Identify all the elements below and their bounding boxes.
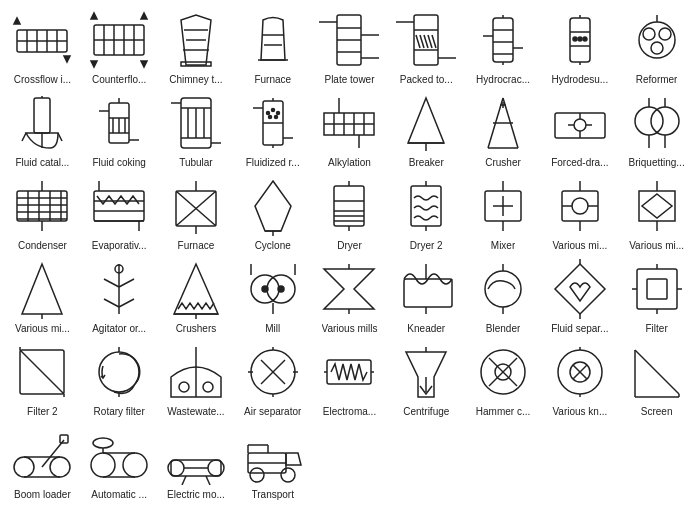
svg-point-256 bbox=[123, 453, 147, 477]
hammer-c-cell[interactable]: Hammer c... bbox=[465, 336, 542, 419]
filter-cell[interactable]: Filter bbox=[618, 253, 695, 336]
forced-draft-icon bbox=[548, 91, 612, 155]
dryer-cell[interactable]: Dryer bbox=[311, 170, 388, 253]
dryer-label: Dryer bbox=[337, 240, 361, 251]
reformer-icon bbox=[625, 8, 689, 72]
agitator-cell[interactable]: Agitator or... bbox=[81, 253, 158, 336]
svg-point-121 bbox=[651, 107, 679, 135]
furnace2-cell[interactable]: Furnace bbox=[158, 170, 235, 253]
svg-marker-17 bbox=[141, 13, 147, 19]
breaker-icon bbox=[394, 91, 458, 155]
crushers-cell[interactable]: Crushers bbox=[158, 253, 235, 336]
briquetting-icon bbox=[625, 91, 689, 155]
various-kn-cell[interactable]: Various kn... bbox=[541, 336, 618, 419]
rotary-filter-cell[interactable]: Rotary filter bbox=[81, 336, 158, 419]
crusher-cell[interactable]: Crusher bbox=[465, 87, 542, 170]
svg-point-90 bbox=[276, 112, 279, 115]
various-mills-cell[interactable]: Various mills bbox=[311, 253, 388, 336]
svg-marker-173 bbox=[642, 194, 672, 218]
briquetting-cell[interactable]: Briquetting... bbox=[618, 87, 695, 170]
plate-tower-cell[interactable]: Plate tower bbox=[311, 4, 388, 87]
svg-line-245 bbox=[635, 350, 679, 394]
dryer2-cell[interactable]: Dryer 2 bbox=[388, 170, 465, 253]
svg-point-92 bbox=[274, 116, 277, 119]
evaporative-cell[interactable]: Evaporativ... bbox=[81, 170, 158, 253]
svg-line-266 bbox=[206, 476, 210, 485]
various-mi2-icon bbox=[625, 174, 689, 238]
boom-loader-cell[interactable]: Boom loader bbox=[4, 419, 81, 502]
wastewater-icon bbox=[164, 340, 228, 404]
svg-line-40 bbox=[432, 35, 436, 48]
blender-label: Blender bbox=[486, 323, 520, 334]
tubular-cell[interactable]: Tubular bbox=[158, 87, 235, 170]
automatic-label: Automatic ... bbox=[91, 489, 147, 500]
cyclone-cell[interactable]: Cyclone bbox=[234, 170, 311, 253]
filter-label: Filter bbox=[645, 323, 667, 334]
svg-rect-206 bbox=[647, 279, 667, 299]
breaker-cell[interactable]: Breaker bbox=[388, 87, 465, 170]
screen-cell[interactable]: Screen bbox=[618, 336, 695, 419]
various-mi2-label: Various mi... bbox=[629, 240, 684, 251]
svg-marker-105 bbox=[408, 98, 444, 143]
svg-point-249 bbox=[14, 457, 34, 477]
breaker-label: Breaker bbox=[409, 157, 444, 168]
fluid-sep-cell[interactable]: Fluid separ... bbox=[541, 253, 618, 336]
mill-cell[interactable]: Mill bbox=[234, 253, 311, 336]
electric-mo-icon bbox=[164, 423, 228, 487]
reformer-cell[interactable]: Reformer bbox=[618, 4, 695, 87]
blender-cell[interactable]: Blender bbox=[465, 253, 542, 336]
kneader-cell[interactable]: Kneader bbox=[388, 253, 465, 336]
forced-draft-cell[interactable]: Forced-dra... bbox=[541, 87, 618, 170]
electromag-label: Electroma... bbox=[323, 406, 376, 417]
automatic-cell[interactable]: Automatic ... bbox=[81, 419, 158, 502]
furnace1-cell[interactable]: Furnace bbox=[234, 4, 311, 87]
evaporative-label: Evaporativ... bbox=[92, 240, 147, 251]
transport-cell[interactable]: Transport bbox=[234, 419, 311, 502]
svg-point-219 bbox=[179, 382, 189, 392]
crossflow-cell[interactable]: Crossflow i... bbox=[4, 4, 81, 87]
svg-rect-43 bbox=[493, 18, 513, 62]
svg-point-167 bbox=[572, 198, 588, 214]
svg-point-269 bbox=[250, 468, 264, 482]
boom-loader-label: Boom loader bbox=[14, 489, 71, 500]
hydrocracker-icon bbox=[471, 8, 535, 72]
agitator-icon bbox=[87, 257, 151, 321]
mill-label: Mill bbox=[265, 323, 280, 334]
packed-cell[interactable]: Packed to... bbox=[388, 4, 465, 87]
condenser-cell[interactable]: Condenser bbox=[4, 170, 81, 253]
svg-point-88 bbox=[266, 112, 269, 115]
dryer2-icon bbox=[394, 174, 458, 238]
chimney-cell[interactable]: Chimney t... bbox=[158, 4, 235, 87]
fluidized-cell[interactable]: Fluidized r... bbox=[234, 87, 311, 170]
svg-rect-205 bbox=[637, 269, 677, 309]
crushers-icon bbox=[164, 257, 228, 321]
electric-mo-cell[interactable]: Electric mo... bbox=[158, 419, 235, 502]
mixer-cell[interactable]: Mixer bbox=[465, 170, 542, 253]
various-mi2-cell[interactable]: Various mi... bbox=[618, 170, 695, 253]
hydrodesulf-cell[interactable]: Hydrodesu... bbox=[541, 4, 618, 87]
electromag-cell[interactable]: Electroma... bbox=[311, 336, 388, 419]
svg-line-178 bbox=[104, 279, 119, 287]
air-sep-cell[interactable]: Air separator bbox=[234, 336, 311, 419]
various-mi1-label: Various mi... bbox=[552, 240, 607, 251]
screen-icon bbox=[625, 340, 689, 404]
hydrocracker-cell[interactable]: Hydrocrac... bbox=[465, 4, 542, 87]
various-mi3-cell[interactable]: Various mi... bbox=[4, 253, 81, 336]
alkylation-icon bbox=[317, 91, 381, 155]
various-mi1-cell[interactable]: Various mi... bbox=[541, 170, 618, 253]
boom-loader-icon bbox=[10, 423, 74, 487]
fluid-cat-cell[interactable]: Fluid catal... bbox=[4, 87, 81, 170]
svg-line-39 bbox=[428, 35, 432, 48]
counterflow-cell[interactable]: Counterflo... bbox=[81, 4, 158, 87]
various-mi1-icon bbox=[548, 174, 612, 238]
rotary-filter-icon bbox=[87, 340, 151, 404]
fluid-coking-cell[interactable]: Fluid coking bbox=[81, 87, 158, 170]
wastewater-cell[interactable]: Wastewate... bbox=[158, 336, 235, 419]
filter2-cell[interactable]: Filter 2 bbox=[4, 336, 81, 419]
centrifuge-cell[interactable]: Centrifuge bbox=[388, 336, 465, 419]
counterflow-icon bbox=[87, 8, 151, 72]
various-mi3-icon bbox=[10, 257, 74, 321]
alkylation-cell[interactable]: Alkylation bbox=[311, 87, 388, 170]
svg-rect-151 bbox=[334, 186, 364, 226]
various-mills-label: Various mills bbox=[322, 323, 378, 334]
